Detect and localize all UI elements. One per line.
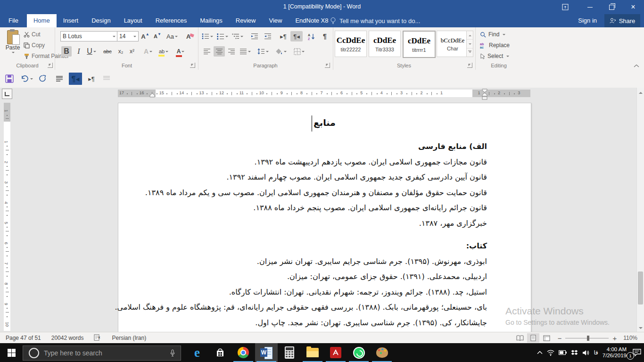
rtl-direction-button[interactable]: ¶◂ — [290, 31, 303, 41]
align-right-button[interactable] — [226, 46, 237, 57]
document-line[interactable]: اردبیلی، محمدعلی. (۱۳۹۱). حقوق جزای عموم… — [147, 269, 487, 285]
shrink-font-button[interactable]: A▼ — [152, 31, 163, 41]
word-count[interactable]: 20042 words — [51, 335, 84, 341]
taskbar-chrome[interactable] — [232, 343, 255, 362]
document-line[interactable]: قانون حمایت حقوق مؤلفان و مصنفان و هنرمن… — [147, 185, 487, 201]
action-center-button[interactable]: 1 — [631, 343, 643, 362]
find-button[interactable]: Find — [480, 31, 505, 38]
copy-button[interactable]: Copy — [24, 42, 45, 49]
zoom-slider-thumb[interactable] — [587, 336, 589, 341]
document-line[interactable]: خبرگزاری مهر، ۱۳۸۷. — [147, 216, 487, 231]
tab-design[interactable]: Design — [85, 14, 117, 27]
taskbar-edge[interactable]: e — [186, 343, 208, 362]
document-title-line[interactable]: منابع — [118, 117, 531, 128]
document-line[interactable]: استیل، چد. (۱۳۸۸). جرائم ویندوز، ترجمه: … — [147, 285, 487, 300]
styles-more-icon[interactable] — [467, 49, 473, 57]
taskbar-clock[interactable]: 4:00 AM 7/26/2019 — [603, 346, 627, 359]
collapse-ribbon-button[interactable] — [634, 61, 639, 70]
language-keyboard-indicator[interactable]: فا — [594, 349, 598, 356]
read-mode-button[interactable] — [514, 333, 526, 343]
document-line[interactable]: قانون جرائم رایانه‌ای جمهوری اسلامی ایرا… — [147, 200, 487, 216]
ltr-direction-button[interactable]: ▸¶ — [277, 31, 289, 41]
scrollbar-thumb[interactable] — [638, 272, 643, 304]
vertical-ruler[interactable]: 112345678910 — [4, 103, 10, 331]
page-indicator[interactable]: Page 47 of 51 — [6, 335, 41, 341]
styles-dialog-launcher[interactable] — [467, 63, 472, 68]
tab-references[interactable]: References — [149, 14, 193, 27]
start-button[interactable] — [0, 343, 23, 362]
underline-button[interactable]: U — [85, 46, 98, 57]
taskbar-whatsapp[interactable] — [347, 343, 370, 362]
qat-rtl-paragraph-button[interactable]: ¶◂ — [69, 73, 82, 85]
tab-view[interactable]: View — [262, 14, 289, 27]
microphone-icon[interactable] — [170, 349, 175, 357]
tray-chevron-icon[interactable] — [537, 351, 543, 354]
paragraph-dialog-launcher[interactable] — [325, 63, 330, 68]
text-effects-button[interactable]: A — [141, 46, 155, 57]
paste-button[interactable]: Paste — [3, 30, 23, 62]
zoom-slider[interactable] — [565, 338, 609, 338]
vertical-scrollbar[interactable] — [636, 88, 644, 332]
ribbon-display-options-button[interactable] — [558, 0, 572, 14]
hanging-indent-marker[interactable] — [149, 93, 156, 98]
tab-review[interactable]: Review — [229, 14, 263, 27]
taskbar-paint[interactable] — [371, 343, 393, 362]
strikethrough-button[interactable]: abc — [101, 46, 114, 57]
undo-button[interactable] — [19, 73, 35, 84]
superscript-button[interactable]: x² — [126, 46, 138, 57]
highlight-color-button[interactable]: ab — [157, 46, 171, 57]
sign-in-link[interactable]: Sign in — [578, 14, 597, 27]
sort-button[interactable]: AZ — [305, 31, 318, 41]
styles-scroll-up-icon[interactable] — [467, 31, 473, 40]
speaker-icon[interactable] — [582, 350, 589, 356]
taskbar-acrobat[interactable] — [324, 343, 347, 362]
increase-indent-button[interactable] — [262, 31, 273, 41]
document-line[interactable]: قانون مجازات جمهوری اسلامی ایران. مصوب ی… — [147, 155, 487, 170]
shading-button[interactable] — [273, 46, 289, 57]
tab-insert[interactable]: Insert — [57, 14, 85, 27]
italic-button[interactable]: I — [74, 46, 84, 57]
wifi-icon[interactable] — [547, 350, 554, 356]
grow-font-button[interactable]: A▲ — [140, 31, 151, 41]
restore-button[interactable] — [601, 0, 622, 14]
justify-button[interactable] — [238, 46, 252, 57]
redo-button[interactable] — [37, 73, 48, 84]
scroll-down-icon[interactable] — [637, 324, 644, 332]
dropbox-icon[interactable] — [571, 350, 578, 356]
font-name-combobox[interactable]: B Lotus — [60, 31, 118, 41]
decrease-indent-button[interactable] — [249, 31, 260, 41]
language-indicator[interactable]: Persian (Iran) — [112, 335, 146, 341]
tab-mailings[interactable]: Mailings — [193, 14, 229, 27]
tell-me-box[interactable]: Tell me what you want to do... — [330, 14, 420, 27]
taskbar-search[interactable]: Type here to search — [23, 346, 181, 361]
document-line[interactable]: کتاب: — [147, 239, 487, 254]
line-spacing-button[interactable] — [256, 46, 271, 57]
tab-home[interactable]: Home — [27, 14, 57, 27]
print-layout-button[interactable] — [527, 333, 539, 343]
style-card-Char[interactable]: bCcDdEeChar — [437, 31, 469, 57]
style-card-titrrrr1[interactable]: cDdEetitrrrr1 — [403, 31, 436, 58]
bullets-button[interactable] — [201, 31, 214, 41]
style-card-Titr3333[interactable]: cDdEeTitr3333 — [369, 31, 401, 57]
zoom-level[interactable]: 110% — [623, 335, 637, 341]
style-card-titr22222[interactable]: CcDdEetitr22222 — [335, 31, 367, 57]
document-page[interactable]: منابع الف) منابع فارسیقانون مجازات جمهور… — [118, 103, 531, 333]
taskbar-word[interactable]: W — [255, 343, 278, 362]
zoom-out-button[interactable]: − — [558, 334, 562, 342]
share-button[interactable]: Share — [604, 14, 640, 27]
tab-endnote-x8[interactable]: EndNote X8 — [289, 14, 335, 27]
styles-scroll[interactable] — [466, 31, 473, 57]
font-size-combobox[interactable]: 14 — [117, 31, 139, 41]
replace-button[interactable]: abac Replace — [480, 42, 510, 49]
align-left-button[interactable] — [201, 46, 213, 57]
taskbar-store[interactable] — [209, 343, 231, 362]
battery-icon[interactable] — [559, 350, 567, 355]
indent-marker-hourglass[interactable] — [481, 89, 488, 100]
clipboard-dialog-launcher[interactable] — [48, 63, 53, 68]
tab-layout[interactable]: Layout — [117, 14, 149, 27]
web-layout-button[interactable] — [540, 333, 553, 343]
document-line[interactable]: بای، حسینعلی؛ پورقهرمانی، بابک. (۱۳۸۸). … — [147, 300, 487, 315]
taskbar-calculator[interactable] — [278, 343, 301, 362]
horizontal-ruler[interactable]: 1716151413121110987654321123 — [118, 90, 530, 97]
subscript-button[interactable]: x₂ — [115, 46, 126, 57]
